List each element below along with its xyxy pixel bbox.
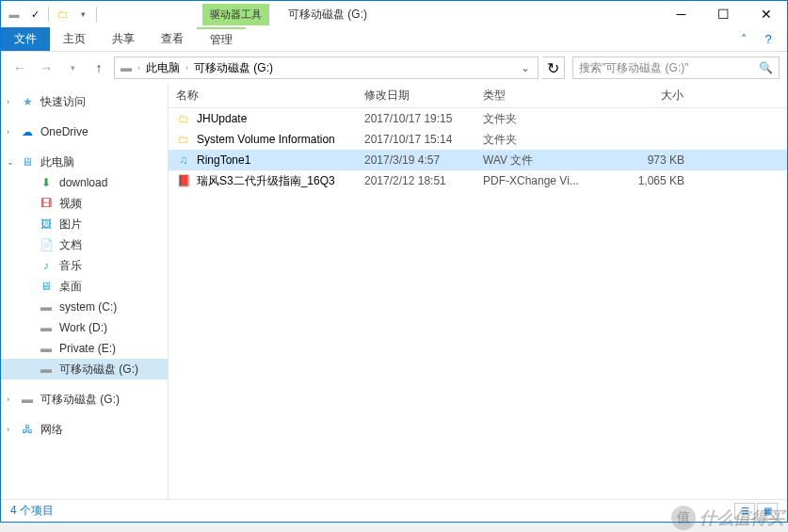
tab-share[interactable]: 共享 [99, 27, 148, 51]
file-row[interactable]: 🗀JHUpdate 2017/10/17 19:15 文件夹 [169, 108, 787, 129]
sidebar-item[interactable]: 📄文档 [1, 234, 168, 255]
tab-file[interactable]: 文件 [1, 27, 50, 51]
sidebar-item-label: system (C:) [59, 300, 117, 314]
wav-icon: ♫ [176, 153, 191, 168]
sidebar-removable-disk[interactable]: › ▬ 可移动磁盘 (G:) [1, 389, 168, 410]
sidebar-item-label: Work (D:) [59, 321, 107, 334]
folder-icon: 🗀 [53, 5, 72, 24]
breadcrumb-segment[interactable]: 此电脑 [142, 60, 184, 76]
qat-save-icon[interactable]: ✓ [25, 5, 44, 24]
maximize-button[interactable]: ☐ [702, 1, 745, 27]
address-row: ← → ▾ ↑ ▬ › 此电脑 › 可移动磁盘 (G:) ⌄ ↻ 搜索"可移动磁… [1, 52, 787, 84]
file-name: JHUpdate [197, 112, 247, 125]
image-icon: 🖼 [39, 217, 54, 232]
tab-manage[interactable]: 管理 [197, 27, 246, 51]
chevron-down-icon[interactable]: ⌄ [7, 157, 14, 167]
sidebar-item[interactable]: 🖥桌面 [1, 276, 168, 297]
sidebar-item[interactable]: 🖼图片 [1, 214, 168, 234]
column-name[interactable]: 名称 [169, 84, 357, 107]
chevron-right-icon[interactable]: › [7, 97, 9, 106]
file-list: 名称 修改日期 类型 大小 🗀JHUpdate 2017/10/17 19:15… [169, 84, 787, 499]
sidebar-item[interactable]: ♪音乐 [1, 255, 168, 276]
sidebar-onedrive[interactable]: › ☁ OneDrive [1, 121, 168, 142]
video-icon: 🎞 [39, 196, 54, 211]
file-name: RingTone1 [197, 153, 250, 167]
sidebar-item[interactable]: ▬可移动磁盘 (G:) [1, 359, 168, 379]
sidebar-item[interactable]: ⬇download [1, 172, 168, 193]
minimize-button[interactable]: ─ [660, 1, 702, 27]
watermark-badge: 值 [671, 506, 696, 530]
file-size: 1,065 KB [598, 174, 692, 187]
download-icon: ⬇ [39, 175, 54, 190]
drive-icon: ▬ [20, 392, 35, 407]
desktop-icon: 🖥 [39, 279, 54, 294]
back-button[interactable]: ← [8, 56, 31, 79]
forward-button[interactable]: → [35, 56, 57, 79]
file-date: 2017/3/19 4:57 [357, 153, 475, 167]
ribbon-expand-button[interactable]: ˄ [734, 30, 753, 49]
chevron-right-icon[interactable]: › [7, 127, 9, 137]
qat-dropdown[interactable]: ▾ [73, 5, 92, 24]
up-button[interactable]: ↑ [88, 56, 110, 79]
help-button[interactable]: ? [759, 30, 778, 49]
sidebar-item-label: 图片 [59, 217, 82, 233]
star-icon: ★ [20, 94, 35, 109]
cloud-icon: ☁ [20, 124, 35, 139]
sidebar-item-label: 文档 [59, 237, 82, 253]
item-count: 4 个项目 [10, 503, 54, 519]
file-row[interactable]: 🗀System Volume Information 2017/10/17 15… [169, 129, 787, 150]
file-type: PDF-XChange Vi... [475, 174, 598, 187]
file-date: 2017/2/12 18:51 [357, 174, 475, 187]
column-headers: 名称 修改日期 类型 大小 [169, 84, 787, 108]
sidebar-quick-access[interactable]: › ★ 快速访问 [1, 91, 168, 112]
watermark: 值 什么值得买 [671, 506, 784, 530]
tab-home[interactable]: 主页 [50, 27, 99, 51]
close-button[interactable]: ✕ [745, 1, 787, 27]
file-name: 瑞风S3二代升级指南_16Q3 [197, 173, 335, 189]
sidebar-network[interactable]: › 🖧 网络 [1, 419, 168, 440]
sidebar-item-label: 音乐 [59, 258, 82, 274]
column-size[interactable]: 大小 [598, 84, 692, 107]
contextual-tab-label: 驱动器工具 [202, 4, 269, 25]
column-date[interactable]: 修改日期 [357, 84, 475, 107]
chevron-right-icon[interactable]: › [7, 395, 9, 404]
search-placeholder: 搜索"可移动磁盘 (G:)" [579, 60, 689, 76]
pc-icon: 🖥 [20, 154, 35, 169]
drive-icon: ▬ [5, 5, 24, 24]
sidebar-item[interactable]: ▬Work (D:) [1, 317, 168, 338]
search-input[interactable]: 搜索"可移动磁盘 (G:)" 🔍 [572, 56, 780, 79]
file-name: System Volume Information [197, 133, 335, 146]
drive-icon: ▬ [39, 362, 54, 377]
sidebar-item[interactable]: ▬system (C:) [1, 297, 168, 317]
file-date: 2017/10/17 19:15 [357, 112, 475, 125]
drive-icon: ▬ [39, 341, 54, 356]
chevron-right-icon[interactable]: › [7, 425, 9, 434]
chevron-right-icon[interactable]: › [184, 63, 190, 73]
address-dropdown[interactable]: ⌄ [515, 61, 536, 74]
pdf-icon: 📕 [176, 173, 191, 188]
file-type: 文件夹 [475, 132, 598, 148]
file-row[interactable]: 📕瑞风S3二代升级指南_16Q3 2017/2/12 18:51 PDF-XCh… [169, 170, 787, 191]
address-bar[interactable]: ▬ › 此电脑 › 可移动磁盘 (G:) ⌄ [114, 56, 539, 79]
search-icon[interactable]: 🔍 [759, 61, 773, 74]
sidebar-item[interactable]: ▬Private (E:) [1, 338, 168, 359]
folder-icon: 🗀 [176, 132, 191, 147]
sidebar-item-label: Private (E:) [59, 342, 116, 355]
recent-dropdown[interactable]: ▾ [61, 56, 84, 79]
file-row[interactable]: ♫RingTone1 2017/3/19 4:57 WAV 文件 973 KB [169, 150, 787, 170]
sidebar-item-label: 桌面 [59, 279, 82, 295]
sidebar-this-pc[interactable]: ⌄ 🖥 此电脑 [1, 152, 168, 172]
breadcrumb-segment[interactable]: 可移动磁盘 (G:) [190, 60, 277, 76]
window-title: 可移动磁盘 (G:) [288, 7, 367, 23]
status-bar: 4 个项目 ☰ ▦ [1, 499, 787, 522]
refresh-button[interactable]: ↻ [542, 56, 565, 79]
chevron-right-icon[interactable]: › [136, 63, 142, 73]
column-type[interactable]: 类型 [475, 84, 598, 107]
sidebar-item-label: download [59, 176, 107, 189]
sidebar-item-label: 可移动磁盘 (G:) [59, 362, 138, 378]
file-date: 2017/10/17 15:14 [357, 133, 475, 146]
music-icon: ♪ [39, 258, 54, 273]
sidebar-item[interactable]: 🎞视频 [1, 193, 168, 214]
drive-icon: ▬ [39, 299, 54, 314]
tab-view[interactable]: 查看 [148, 27, 197, 51]
